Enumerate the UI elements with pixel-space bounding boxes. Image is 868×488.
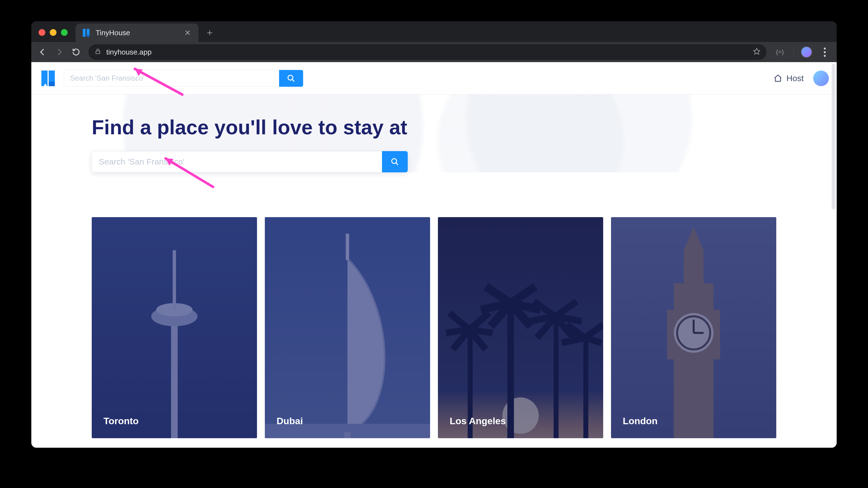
home-icon: [773, 74, 782, 83]
user-avatar[interactable]: [813, 70, 829, 86]
svg-rect-0: [83, 29, 86, 37]
city-name: Los Angeles: [450, 415, 506, 426]
url-text: tinyhouse.app: [106, 48, 152, 57]
host-label: Host: [786, 74, 804, 83]
header-right: Host: [773, 70, 829, 86]
svg-point-7: [392, 159, 397, 164]
city-card-dubai[interactable]: Dubai: [265, 217, 430, 438]
address-bar[interactable]: tinyhouse.app: [88, 44, 767, 60]
svg-point-6: [288, 75, 293, 80]
extension-icon[interactable]: (=): [773, 45, 786, 59]
reload-button[interactable]: [69, 45, 83, 59]
card-overlay: [92, 217, 257, 438]
svg-rect-5: [49, 70, 55, 82]
hero-section: Find a place you'll love to stay at: [31, 94, 837, 172]
city-card-london[interactable]: London: [611, 217, 776, 438]
city-card-toronto[interactable]: Toronto: [92, 217, 257, 438]
viewport-scrollbar[interactable]: [832, 64, 836, 209]
lock-icon: [95, 48, 101, 57]
maximize-window-button[interactable]: [61, 29, 68, 36]
app-header: Host: [31, 62, 837, 94]
svg-rect-2: [87, 34, 90, 37]
city-card-los-angeles[interactable]: Los Angeles: [438, 217, 603, 438]
new-tab-button[interactable]: ＋: [203, 26, 216, 39]
window-controls: [39, 29, 68, 36]
host-link[interactable]: Host: [773, 74, 804, 83]
browser-toolbar: tinyhouse.app (=): [31, 42, 837, 62]
close-window-button[interactable]: [39, 29, 45, 36]
app-logo[interactable]: [39, 69, 57, 87]
svg-rect-1: [87, 29, 90, 34]
search-icon: [391, 157, 399, 166]
city-name: Toronto: [103, 415, 139, 426]
minimize-window-button[interactable]: [50, 29, 57, 36]
page-viewport: Host Find a place you'll love to stay at: [31, 62, 837, 448]
hero-search-input[interactable]: [92, 151, 382, 172]
hero-title: Find a place you'll love to stay at: [92, 116, 776, 139]
bookmark-star-icon[interactable]: [753, 48, 760, 57]
city-name: London: [623, 415, 658, 426]
card-overlay: [438, 217, 603, 438]
browser-profile-avatar[interactable]: [801, 47, 812, 58]
search-icon: [287, 74, 295, 83]
city-cards: Toronto: [31, 217, 837, 438]
header-search-input[interactable]: [64, 70, 279, 87]
city-name: Dubai: [277, 415, 303, 426]
browser-tab-strip: TinyHouse ✕ ＋: [31, 21, 837, 42]
header-search: [64, 70, 303, 87]
svg-rect-4: [41, 70, 48, 86]
tab-title: TinyHouse: [96, 29, 130, 37]
close-tab-button[interactable]: ✕: [182, 28, 192, 38]
browser-window: TinyHouse ✕ ＋ tinyhouse.app (=): [31, 21, 837, 448]
card-overlay: [611, 217, 776, 438]
toolbar-divider: [793, 47, 794, 57]
hero-search: [92, 151, 408, 172]
browser-tab[interactable]: TinyHouse ✕: [75, 24, 198, 42]
hero-search-button[interactable]: [382, 151, 408, 172]
forward-button[interactable]: [52, 45, 67, 59]
tab-favicon-icon: [82, 28, 91, 37]
card-overlay: [265, 217, 430, 438]
back-button[interactable]: [35, 45, 50, 59]
svg-rect-3: [96, 51, 100, 54]
browser-menu-button[interactable]: [819, 48, 831, 57]
header-search-button[interactable]: [279, 70, 303, 87]
